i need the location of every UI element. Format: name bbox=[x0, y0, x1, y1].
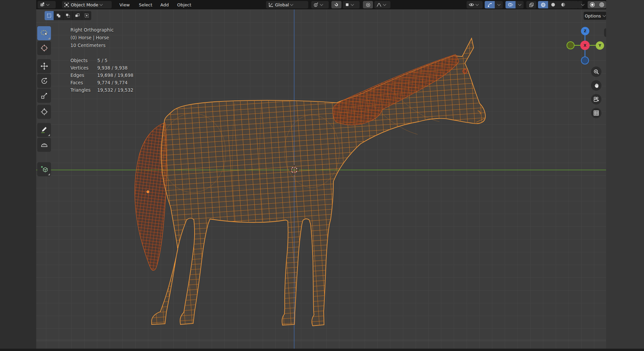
transform-icon bbox=[40, 108, 48, 116]
mode-label: Object Mode bbox=[71, 2, 98, 7]
stats-row-triangles: Triangles19,532 / 19,532 bbox=[70, 86, 133, 94]
3d-viewport-editor-icon bbox=[40, 2, 45, 7]
rotate-icon bbox=[40, 77, 48, 85]
gizmos-dropdown[interactable] bbox=[495, 1, 503, 8]
proportional-editing-icon bbox=[366, 2, 371, 7]
options-button[interactable]: Options bbox=[584, 12, 606, 20]
stats-row-vertices: Vertices9,938 / 9,938 bbox=[70, 64, 133, 72]
circle-toggle-a[interactable] bbox=[588, 1, 597, 8]
stats-row-faces: Faces9,774 / 9,774 bbox=[70, 79, 133, 86]
pivot-point-icon bbox=[313, 2, 319, 7]
menu-select[interactable]: Select bbox=[138, 0, 154, 9]
solid-shading-icon bbox=[551, 2, 555, 7]
shading-wireframe-button[interactable] bbox=[538, 1, 548, 8]
navigation-gizmo[interactable]: Z Y X bbox=[561, 21, 608, 68]
select-mode-set[interactable] bbox=[45, 11, 54, 20]
circle-ring-icon bbox=[599, 2, 604, 7]
camera-view-icon bbox=[593, 96, 599, 102]
tool-move[interactable] bbox=[37, 59, 51, 73]
shading-material-button[interactable] bbox=[558, 1, 568, 8]
magnet-icon bbox=[334, 2, 339, 7]
horse-wireframe-object[interactable] bbox=[0, 0, 644, 351]
chevron-down-icon bbox=[46, 3, 50, 6]
select-mode-invert[interactable] bbox=[73, 11, 82, 20]
grid-ortho-icon bbox=[593, 110, 599, 116]
menu-view[interactable]: View bbox=[118, 0, 131, 9]
transform-orientation-icon bbox=[268, 2, 273, 7]
tool-scale[interactable] bbox=[37, 89, 51, 103]
select-mode-intersect[interactable] bbox=[82, 11, 91, 20]
viewport-grid-button[interactable] bbox=[591, 108, 601, 118]
shading-solid-button[interactable] bbox=[548, 1, 558, 8]
viewport-zoom-button[interactable] bbox=[591, 67, 601, 77]
annotate-pencil-icon bbox=[40, 126, 48, 134]
menu-add[interactable]: Add bbox=[159, 0, 170, 9]
scale-icon bbox=[40, 92, 48, 100]
select-mode-subtract[interactable] bbox=[63, 11, 73, 20]
pivot-point-dropdown[interactable] bbox=[311, 1, 329, 8]
circle-toggle-b[interactable] bbox=[597, 1, 606, 8]
blender-window: Object Mode View Select Add Object Globa… bbox=[0, 0, 644, 351]
chevron-down-icon bbox=[497, 3, 500, 6]
chevron-down-icon bbox=[476, 3, 479, 6]
tool-select-box[interactable] bbox=[37, 26, 51, 40]
measure-icon bbox=[40, 141, 48, 149]
transform-orientation-dropdown[interactable]: Global bbox=[266, 1, 308, 8]
object-visibility-icon bbox=[469, 2, 474, 7]
show-overlays-toggle[interactable] bbox=[505, 1, 516, 8]
gizmo-axis-y-neg[interactable] bbox=[567, 41, 575, 49]
tool-add-cube[interactable] bbox=[37, 162, 51, 176]
wireframe-shading-icon bbox=[541, 2, 546, 7]
editor-type-button[interactable] bbox=[38, 1, 56, 8]
select-mode-extend[interactable] bbox=[54, 11, 63, 20]
tool-transform[interactable] bbox=[37, 105, 51, 119]
gizmos-icon bbox=[487, 2, 492, 7]
pan-hand-icon bbox=[593, 83, 599, 89]
object-mode-icon bbox=[64, 2, 69, 7]
tool-annotate[interactable] bbox=[37, 123, 51, 137]
select-box-icon bbox=[40, 29, 48, 37]
active-object-label: (0) Horse | Horse bbox=[70, 35, 114, 43]
window-margin-left bbox=[0, 0, 36, 351]
snap-toggle-button[interactable] bbox=[331, 1, 341, 8]
overlays-dropdown[interactable] bbox=[516, 1, 524, 8]
tool-rotate[interactable] bbox=[37, 74, 51, 88]
tool-measure[interactable] bbox=[37, 138, 51, 152]
orientation-label: Global bbox=[275, 2, 289, 7]
scene-stats: Objects5 / 5 Vertices9,938 / 9,938 Edges… bbox=[70, 57, 133, 94]
chevron-down-icon bbox=[518, 3, 521, 6]
gizmo-axis-z-neg[interactable] bbox=[581, 56, 589, 64]
options-label: Options bbox=[585, 13, 601, 18]
xray-toggle[interactable] bbox=[526, 1, 536, 8]
gizmo-axis-x[interactable]: X bbox=[580, 41, 590, 50]
move-icon bbox=[40, 62, 48, 70]
object-visibility-dropdown[interactable] bbox=[467, 1, 483, 8]
overlays-icon bbox=[508, 2, 513, 7]
material-preview-icon bbox=[561, 2, 566, 7]
object-origin-dot bbox=[147, 191, 149, 193]
snap-target-dropdown[interactable] bbox=[343, 1, 360, 8]
falloff-dropdown[interactable] bbox=[374, 1, 390, 8]
viewport-info-block: Right Orthographic (0) Horse | Horse 10 … bbox=[70, 27, 114, 50]
gizmo-axis-y[interactable]: Y bbox=[596, 41, 604, 50]
window-margin-right bbox=[606, 0, 644, 351]
add-cube-icon bbox=[40, 165, 49, 174]
chevron-down-icon bbox=[602, 14, 606, 17]
viewport-pan-button[interactable] bbox=[591, 80, 601, 91]
gizmo-axis-z[interactable]: Z bbox=[581, 27, 589, 35]
grid-scale-label: 10 Centimeters bbox=[70, 43, 114, 50]
xray-icon bbox=[529, 2, 534, 7]
menu-object[interactable]: Object bbox=[176, 0, 193, 9]
shading-dropdown[interactable] bbox=[579, 1, 586, 8]
stats-row-edges: Edges19,698 / 19,698 bbox=[70, 72, 133, 79]
viewport-camera-button[interactable] bbox=[591, 94, 601, 104]
window-margin-bottom bbox=[0, 349, 644, 351]
tool-cursor[interactable] bbox=[37, 41, 51, 55]
show-gizmos-toggle[interactable] bbox=[485, 1, 495, 8]
chevron-down-icon bbox=[351, 3, 354, 6]
mode-dropdown[interactable]: Object Mode bbox=[62, 1, 112, 8]
proportional-editing-toggle[interactable] bbox=[363, 1, 373, 8]
snap-target-icon bbox=[345, 2, 350, 7]
3d-cursor bbox=[287, 163, 301, 177]
view-label: Right Orthographic bbox=[70, 27, 114, 35]
